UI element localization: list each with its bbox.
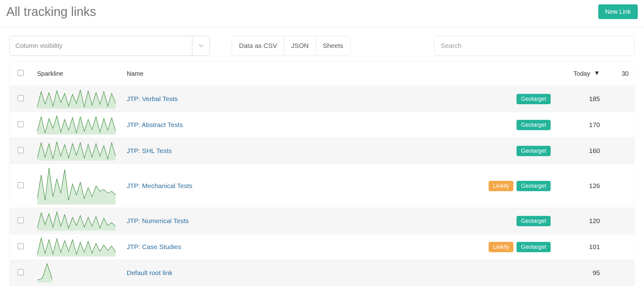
row-checkbox-cell (10, 208, 32, 234)
row-30-value (613, 234, 635, 260)
row-30-value (613, 164, 635, 208)
export-button-group: Data as CSV JSON Sheets (232, 36, 351, 55)
column-header-checkbox (10, 62, 32, 86)
row-checkbox-cell (10, 112, 32, 138)
column-header-30[interactable]: 30 (613, 62, 635, 86)
link-name[interactable]: JTP: Abstract Tests (127, 121, 183, 128)
link-name[interactable]: JTP: Verbal Tests (127, 95, 178, 102)
geotarget-tag[interactable]: Geotarget (517, 120, 550, 130)
tracking-links-table: Sparkline Name Today ▼ 30 JTP: Verbal Te… (9, 61, 635, 286)
column-header-sparkline[interactable]: Sparkline (32, 62, 121, 86)
geotarget-tag[interactable]: Geotarget (517, 181, 550, 191)
row-sparkline-cell (32, 164, 121, 208)
sparkline-chart (37, 263, 116, 283)
row-30-value (613, 86, 635, 112)
table-row: JTP: Numerical TestsGeotarget120 (10, 208, 635, 234)
row-tags-cell: Geotarget (478, 138, 556, 164)
row-30-value (613, 112, 635, 138)
row-tags-cell: LinkifyGeotarget (478, 234, 556, 260)
row-today-value: 126 (556, 164, 613, 208)
page-title: All tracking links (6, 5, 96, 19)
table-row: JTP: Case StudiesLinkifyGeotarget101 (10, 234, 635, 260)
table-row: JTP: Verbal TestsGeotarget185 (10, 86, 635, 112)
row-tags-cell (478, 260, 556, 286)
column-visibility-dropdown[interactable]: Column visibility (9, 36, 210, 56)
row-checkbox[interactable] (18, 243, 24, 249)
row-checkbox-cell (10, 86, 32, 112)
row-sparkline-cell (32, 86, 121, 112)
chevron-down-icon (192, 36, 210, 55)
sparkline-chart (37, 89, 116, 109)
row-checkbox[interactable] (18, 95, 24, 101)
geotarget-tag[interactable]: Geotarget (517, 242, 550, 252)
row-checkbox[interactable] (18, 182, 24, 188)
sparkline-chart (37, 141, 116, 161)
row-checkbox[interactable] (18, 269, 24, 275)
linkify-tag[interactable]: Linkify (489, 181, 513, 191)
link-name[interactable]: Default root link (127, 269, 173, 276)
row-sparkline-cell (32, 112, 121, 138)
export-sheets-button[interactable]: Sheets (316, 36, 350, 55)
row-tags-cell: Geotarget (478, 112, 556, 138)
column-header-name[interactable]: Name (121, 62, 478, 86)
geotarget-tag[interactable]: Geotarget (517, 146, 550, 156)
column-header-tags (478, 62, 556, 86)
row-today-value: 95 (556, 260, 613, 286)
sparkline-chart (37, 115, 116, 135)
sparkline-chart (37, 167, 116, 205)
search-input[interactable] (434, 36, 635, 56)
export-csv-button[interactable]: Data as CSV (232, 36, 284, 55)
row-checkbox[interactable] (18, 147, 24, 153)
geotarget-tag[interactable]: Geotarget (517, 94, 550, 104)
row-sparkline-cell (32, 234, 121, 260)
row-30-value (613, 260, 635, 286)
sparkline-chart (37, 237, 116, 257)
column-visibility-label: Column visibility (15, 42, 63, 49)
sort-desc-icon: ▼ (594, 69, 600, 77)
geotarget-tag[interactable]: Geotarget (517, 216, 550, 226)
row-30-value (613, 138, 635, 164)
row-30-value (613, 208, 635, 234)
row-today-value: 101 (556, 234, 613, 260)
row-checkbox-cell (10, 138, 32, 164)
column-header-today-label: Today (574, 70, 590, 77)
row-tags-cell: Geotarget (478, 208, 556, 234)
row-checkbox-cell (10, 164, 32, 208)
new-link-button[interactable]: New Link (598, 4, 638, 19)
select-all-checkbox[interactable] (18, 70, 24, 76)
row-today-value: 170 (556, 112, 613, 138)
row-today-value: 185 (556, 86, 613, 112)
column-header-today[interactable]: Today ▼ (556, 62, 613, 86)
table-row: Default root link95 (10, 260, 635, 286)
linkify-tag[interactable]: Linkify (489, 242, 513, 252)
row-today-value: 160 (556, 138, 613, 164)
table-row: JTP: Mechanical TestsLinkifyGeotarget126 (10, 164, 635, 208)
link-name[interactable]: JTP: Case Studies (127, 243, 181, 250)
row-checkbox-cell (10, 234, 32, 260)
sparkline-chart (37, 211, 116, 231)
row-tags-cell: Geotarget (478, 86, 556, 112)
row-sparkline-cell (32, 260, 121, 286)
link-name[interactable]: JTP: Numerical Tests (127, 217, 189, 224)
link-name[interactable]: JTP: SHL Tests (127, 147, 172, 154)
link-name[interactable]: JTP: Mechanical Tests (127, 182, 193, 189)
row-tags-cell: LinkifyGeotarget (478, 164, 556, 208)
row-checkbox-cell (10, 260, 32, 286)
export-json-button[interactable]: JSON (284, 36, 316, 55)
row-sparkline-cell (32, 208, 121, 234)
table-row: JTP: SHL TestsGeotarget160 (10, 138, 635, 164)
row-sparkline-cell (32, 138, 121, 164)
row-checkbox[interactable] (18, 121, 24, 127)
table-row: JTP: Abstract TestsGeotarget170 (10, 112, 635, 138)
row-today-value: 120 (556, 208, 613, 234)
row-checkbox[interactable] (18, 217, 24, 223)
